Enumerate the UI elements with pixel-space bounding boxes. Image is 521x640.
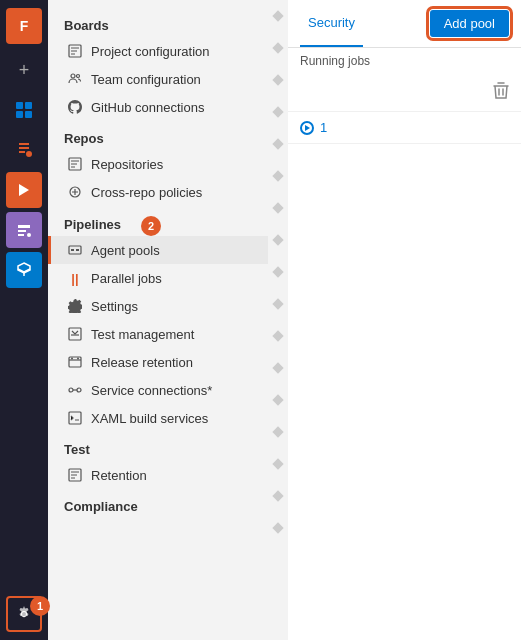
nav-item-test-management[interactable]: Test management [48, 320, 268, 348]
test-section-title: Test [48, 432, 268, 461]
svg-marker-5 [19, 184, 29, 196]
svg-rect-0 [16, 102, 23, 109]
divider-dot [272, 490, 283, 501]
project-config-label: Project configuration [91, 44, 210, 59]
nav-item-settings[interactable]: Settings [48, 292, 268, 320]
svg-point-9 [77, 75, 80, 78]
parallel-jobs-label: Parallel jobs [91, 271, 162, 286]
xaml-label: XAML build services [91, 411, 208, 426]
svg-rect-1 [25, 102, 32, 109]
service-connections-label: Service connections* [91, 383, 212, 398]
svg-marker-21 [305, 125, 310, 131]
release-retention-icon [67, 354, 83, 370]
repositories-icon [67, 156, 83, 172]
retention-icon [67, 467, 83, 483]
testplans-nav-icon[interactable] [6, 212, 42, 248]
retention-label: Retention [91, 468, 147, 483]
svg-point-18 [77, 388, 81, 392]
parallel-jobs-icon: || [67, 270, 83, 286]
nav-item-service-connections[interactable]: Service connections* [48, 376, 268, 404]
boards-section-title: Boards [48, 8, 268, 37]
add-pool-button[interactable]: Add pool [430, 10, 509, 37]
team-config-label: Team configuration [91, 72, 201, 87]
settings-badge: 1 [30, 596, 50, 616]
tab-security[interactable]: Security [300, 0, 363, 47]
running-circle-icon [300, 121, 314, 135]
settings-nav-icon [67, 298, 83, 314]
pipelines-nav-icon[interactable] [6, 172, 42, 208]
divider-dot [272, 298, 283, 309]
divider-dot [272, 106, 283, 117]
nav-item-github[interactable]: GitHub connections [48, 93, 268, 121]
github-icon [67, 99, 83, 115]
compliance-section-title: Compliance [48, 489, 268, 518]
svg-point-4 [26, 151, 32, 157]
table-area: 1 [288, 74, 521, 640]
team-config-icon [67, 71, 83, 87]
nav-item-repositories[interactable]: Repositories [48, 150, 268, 178]
svg-point-17 [69, 388, 73, 392]
service-connections-icon [67, 382, 83, 398]
divider-dot [272, 522, 283, 533]
svg-point-6 [27, 233, 31, 237]
divider-dot [272, 138, 283, 149]
cross-repo-label: Cross-repo policies [91, 185, 202, 200]
nav-item-project-config[interactable]: Project configuration [48, 37, 268, 65]
svg-rect-19 [69, 412, 81, 424]
nav-item-xaml[interactable]: XAML build services [48, 404, 268, 432]
delete-icon[interactable] [493, 82, 509, 103]
pipelines-badge: 2 [141, 216, 161, 236]
svg-rect-14 [69, 357, 81, 367]
divider-dot [272, 202, 283, 213]
icon-bar-top: F + [6, 8, 42, 596]
add-button[interactable]: + [6, 52, 42, 88]
divider-dot [272, 234, 283, 245]
repositories-label: Repositories [91, 157, 163, 172]
repos-section-title: Repos [48, 121, 268, 150]
svg-point-8 [71, 74, 75, 78]
divider-dot [272, 394, 283, 405]
test-management-label: Test management [91, 327, 194, 342]
divider-dot [272, 426, 283, 437]
svg-rect-12 [69, 246, 81, 254]
divider-dot [272, 362, 283, 373]
nav-item-release-retention[interactable]: Release retention [48, 348, 268, 376]
running-count: 1 [320, 120, 327, 135]
nav-item-team-config[interactable]: Team configuration [48, 65, 268, 93]
divider-dot [272, 170, 283, 181]
logo-button[interactable]: F [6, 8, 42, 44]
divider-dot [272, 266, 283, 277]
nav-panel: Boards Project configuration Team config… [48, 0, 268, 640]
divider-dot [272, 458, 283, 469]
settings-label: Settings [91, 299, 138, 314]
running-jobs-subtitle: Running jobs [288, 48, 521, 74]
divider-dot [272, 330, 283, 341]
svg-rect-2 [16, 111, 23, 118]
agent-pools-label: Agent pools [91, 243, 160, 258]
nav-item-retention[interactable]: Retention [48, 461, 268, 489]
xaml-icon [67, 410, 83, 426]
nav-item-parallel-jobs[interactable]: || Parallel jobs [48, 264, 268, 292]
svg-point-16 [77, 358, 79, 360]
cross-repo-icon [67, 184, 83, 200]
github-label: GitHub connections [91, 100, 204, 115]
table-header-row [288, 74, 521, 112]
divider-dot [272, 10, 283, 21]
svg-rect-3 [25, 111, 32, 118]
running-info: 1 [300, 120, 327, 135]
table-row: 1 [288, 112, 521, 144]
tabs-row: Security Add pool [288, 0, 521, 48]
nav-item-agent-pools[interactable]: Agent pools [48, 236, 268, 264]
test-management-icon [67, 326, 83, 342]
divider-dot [272, 74, 283, 85]
divider-column [268, 0, 288, 640]
artifacts-nav-icon[interactable] [6, 252, 42, 288]
nav-item-cross-repo[interactable]: Cross-repo policies [48, 178, 268, 206]
agent-pools-icon [67, 242, 83, 258]
repos-nav-icon[interactable] [6, 132, 42, 168]
project-config-icon [67, 43, 83, 59]
release-retention-label: Release retention [91, 355, 193, 370]
divider-dot [272, 42, 283, 53]
boards-nav-icon[interactable] [6, 92, 42, 128]
pipelines-section-title: Pipelines [48, 207, 137, 236]
